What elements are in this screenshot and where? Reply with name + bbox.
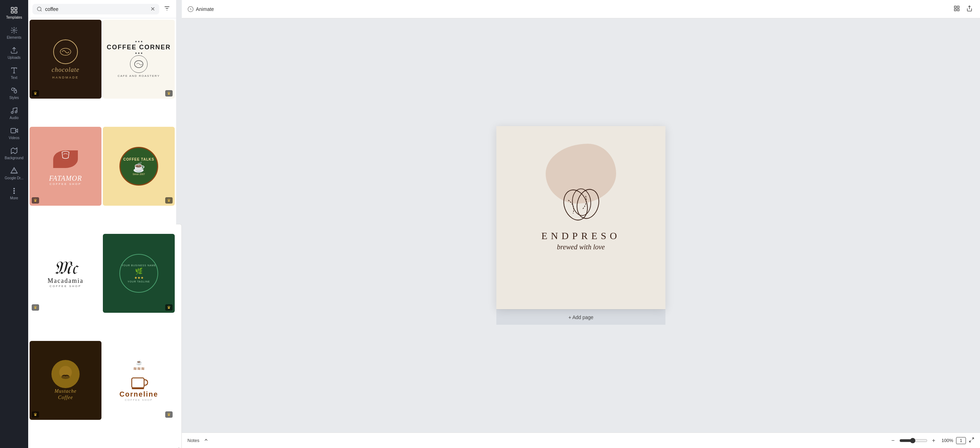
upload-icon	[10, 46, 18, 54]
sidebar-item-google-drive[interactable]: Google Dr...	[0, 164, 28, 183]
canvas-brand-subtitle: brewed with love	[557, 243, 605, 251]
svg-point-13	[14, 188, 15, 189]
search-input-wrapper: ✕	[32, 4, 159, 14]
grid-icon	[10, 6, 18, 14]
macadamia-logo: 𝔐𝔠	[54, 259, 77, 277]
template-card-coffee-corner[interactable]: COFFEE CORNER Cafe and roastery ♛	[103, 20, 175, 98]
gc-tagline: YOUR TAGLINE	[127, 280, 150, 283]
zoom-slider[interactable]	[899, 438, 928, 443]
fullscreen-button[interactable]	[969, 437, 974, 444]
sidebar-item-more[interactable]: More	[0, 183, 28, 203]
canvas-document[interactable]: ENDPRESO brewed with love	[496, 126, 665, 309]
svg-rect-28	[958, 6, 959, 8]
fullscreen-icon	[969, 437, 974, 443]
share-icon	[966, 5, 973, 12]
fatamor-cup-icon	[59, 149, 72, 163]
notes-button[interactable]: Notes	[188, 438, 199, 443]
svg-rect-25	[132, 388, 144, 389]
elements-icon	[10, 26, 18, 34]
googledrive-icon	[10, 167, 18, 175]
ct-since: Since 2007	[132, 173, 145, 175]
sidebar-item-audio[interactable]: Audio	[0, 103, 28, 123]
svg-rect-27	[954, 6, 956, 8]
sidebar-item-videos[interactable]: Videos	[0, 123, 28, 143]
svg-rect-24	[132, 378, 144, 388]
coffee-talks-circle: COFFEE TALKS ☕ Since 2007	[119, 147, 158, 186]
svg-line-36	[969, 440, 971, 442]
gc-leaf-icon: 🌿	[135, 267, 143, 275]
filter-button[interactable]	[162, 3, 172, 14]
chevron-up-icon	[204, 437, 208, 442]
add-page-bar[interactable]: + Add page	[496, 309, 665, 325]
animate-icon	[188, 6, 194, 12]
sidebar-item-background-label: Background	[5, 156, 23, 160]
corneline-steam-icon: ☕	[136, 360, 142, 365]
animate-button[interactable]: Animate	[188, 6, 214, 12]
svg-point-4	[13, 29, 15, 31]
panel-collapse-handle[interactable]: ‹	[176, 224, 182, 448]
green-circle-premium-badge: ♛	[165, 304, 173, 311]
canvas-brand-title: ENDPRESO	[541, 230, 621, 241]
coffee-corner-premium-badge: ♛	[165, 90, 173, 97]
sidebar-item-background[interactable]: Background	[0, 143, 28, 164]
styles-icon	[10, 87, 18, 94]
cc-title: COFFEE CORNER	[107, 44, 171, 51]
template-card-chocolate[interactable]: chocolate HANDMADE ♛	[30, 20, 102, 98]
chocolate-icon	[59, 46, 73, 57]
svg-point-16	[37, 7, 41, 11]
search-input[interactable]	[45, 6, 148, 12]
mustache-face-icon	[55, 364, 76, 384]
chocolate-sub-text: HANDMADE	[52, 76, 79, 79]
text-icon	[10, 67, 18, 74]
mustache-portrait	[51, 360, 80, 388]
fatamor-brand: FATAMOR	[49, 174, 82, 183]
ct-cup-icon: ☕	[133, 161, 145, 173]
template-card-mustache[interactable]: MustacheCoffee ♛	[30, 341, 102, 420]
sidebar-item-elements[interactable]: Elements	[0, 23, 28, 43]
clear-search-button[interactable]: ✕	[150, 6, 155, 12]
template-card-coffee-talks[interactable]: COFFEE TALKS ☕ Since 2007 ♛	[103, 127, 175, 206]
macadamia-brand: Macadamia	[48, 277, 83, 284]
templates-panel: ✕ chocolate HANDMADE ♛	[28, 0, 176, 448]
sidebar-item-text-label: Text	[11, 76, 17, 79]
page-current: 1	[960, 438, 963, 443]
canvas-area: ENDPRESO brewed with love + Add page	[182, 18, 980, 432]
corneline-premium-badge: ♛	[165, 411, 173, 418]
sidebar-item-googledrive-label: Google Dr...	[5, 176, 23, 180]
chevron-up-button[interactable]	[204, 437, 208, 443]
sidebar-item-styles[interactable]: Styles	[0, 83, 28, 103]
fatamor-premium-badge: ♛	[32, 197, 39, 203]
svg-rect-3	[15, 11, 17, 13]
mustache-premium-badge: ♛	[32, 411, 39, 418]
svg-point-33	[574, 187, 602, 221]
svg-rect-30	[958, 9, 959, 11]
top-bar: Animate	[182, 0, 980, 18]
cc-dots2	[135, 52, 142, 54]
cc-dots	[135, 41, 142, 42]
svg-point-10	[15, 111, 17, 113]
zoom-in-button[interactable]: +	[930, 436, 937, 445]
sidebar: Templates Elements Uploads Text Styles A…	[0, 0, 28, 448]
svg-line-35	[972, 438, 974, 440]
template-card-macadamia[interactable]: 𝔐𝔠 Macadamia COFFEE SHOP ♛	[30, 234, 102, 313]
notes-label: Notes	[188, 438, 199, 443]
template-card-fatamor[interactable]: FATAMOR COFFEE SHOP ♛	[30, 127, 102, 206]
zoom-out-button[interactable]: −	[889, 436, 896, 445]
videos-icon	[10, 127, 18, 135]
template-card-corneline[interactable]: ☕ ≋≋≋ Corneline coffee shop ♛	[103, 341, 175, 420]
cc-bean-icon	[130, 55, 148, 73]
grid-view-icon	[954, 5, 960, 12]
sidebar-item-text[interactable]: Text	[0, 63, 28, 83]
macadamia-premium-badge: ♛	[32, 304, 39, 311]
search-icon	[37, 6, 42, 12]
svg-point-14	[14, 191, 15, 192]
svg-point-21	[135, 60, 143, 68]
sidebar-item-uploads[interactable]: Uploads	[0, 43, 28, 63]
svg-rect-29	[954, 9, 956, 11]
template-card-green-circle[interactable]: YOUR BUSINESS NAME 🌿 ★★★ YOUR TAGLINE ♛	[103, 234, 175, 313]
grid-view-button[interactable]	[952, 3, 962, 14]
sidebar-item-elements-label: Elements	[7, 36, 21, 40]
share-button[interactable]	[964, 3, 974, 14]
sidebar-item-templates[interactable]: Templates	[0, 3, 28, 23]
templates-grid: chocolate HANDMADE ♛ COFFEE CORNER	[28, 18, 176, 448]
